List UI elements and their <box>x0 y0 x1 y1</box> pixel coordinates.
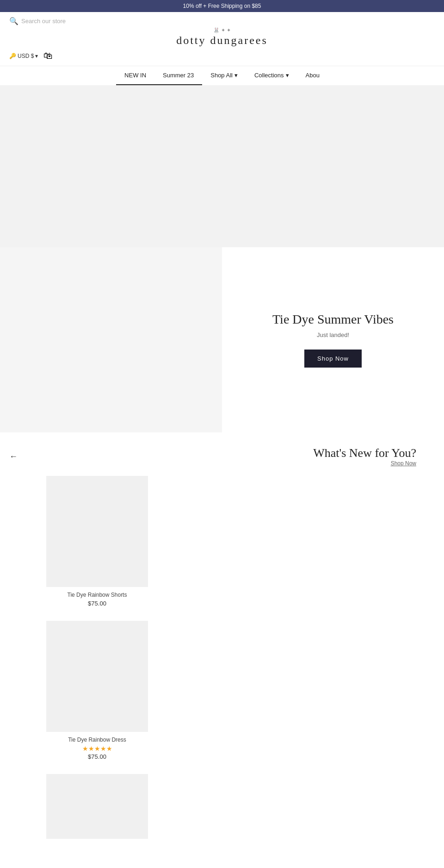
cart-button[interactable]: 🛍 <box>43 50 53 61</box>
currency-dropdown-icon: ▾ <box>35 53 38 59</box>
feature-title: Tie Dye Summer Vibes <box>272 312 394 327</box>
top-banner: 10% off + Free Shipping on $85 <box>0 0 444 12</box>
product-card[interactable]: Tie Dye Rainbow Dress ★★★★★ $75.00 <box>46 621 148 760</box>
back-arrow-button[interactable]: ← <box>9 452 18 462</box>
cart-icon: 🛍 <box>43 50 53 61</box>
product-card-partial[interactable] <box>46 774 148 839</box>
new-section-header: ← What's New for You? Shop Now <box>0 442 444 471</box>
product-name: Tie Dye Rainbow Shorts <box>46 592 148 598</box>
feature-section: Tie Dye Summer Vibes Just landed! Shop N… <box>0 247 444 432</box>
new-section: ← What's New for You? Shop Now Tie Dye R… <box>0 432 444 853</box>
logo-decoration: 🐰 ✦ ✦ <box>176 27 268 33</box>
header-utils: 🔑 USD $ ▾ 🛍 <box>9 50 53 61</box>
search-placeholder-text: Search our store <box>21 18 66 25</box>
banner-text: 10% off + Free Shipping on $85 <box>183 3 261 9</box>
collections-chevron-icon: ▾ <box>286 72 289 79</box>
key-icon: 🔑 <box>9 53 16 59</box>
feature-subtitle: Just landed! <box>317 331 349 338</box>
feature-shop-now-button[interactable]: Shop Now <box>304 350 362 368</box>
product-grid: Tie Dye Rainbow Shorts $75.00 Tie Dye Ra… <box>0 471 444 843</box>
currency-selector[interactable]: 🔑 USD $ ▾ <box>9 53 38 59</box>
product-price: $75.00 <box>46 600 148 607</box>
new-section-title: What's New for You? <box>22 446 416 460</box>
nav-bar: NEW IN Summer 23 Shop All ▾ Collections … <box>0 66 444 85</box>
feature-image <box>0 247 222 432</box>
nav-item-shop-all[interactable]: Shop All ▾ <box>202 66 246 85</box>
product-image <box>46 621 148 732</box>
product-stars: ★★★★★ <box>46 745 148 752</box>
product-price: $75.00 <box>46 753 148 760</box>
logo[interactable]: 🐰 ✦ ✦ dotty dungarees <box>176 27 268 47</box>
header-top: 🔍 Search our store <box>9 17 435 25</box>
product-name: Tie Dye Rainbow Dress <box>46 737 148 743</box>
header: 🔍 Search our store 🐰 ✦ ✦ dotty dungarees… <box>0 12 444 66</box>
nav-item-new-in[interactable]: NEW IN <box>116 66 154 85</box>
search-icon: 🔍 <box>9 17 18 25</box>
nav-item-about[interactable]: Abou <box>297 66 328 85</box>
new-section-titles: What's New for You? Shop Now <box>22 446 435 467</box>
logo-container: 🐰 ✦ ✦ dotty dungarees <box>9 27 435 47</box>
nav-item-summer23[interactable]: Summer 23 <box>154 66 202 85</box>
search-area[interactable]: 🔍 Search our store <box>9 17 66 25</box>
logo-text: dotty dungarees <box>176 34 268 47</box>
shop-all-chevron-icon: ▾ <box>234 72 238 79</box>
product-card[interactable]: Tie Dye Rainbow Shorts $75.00 <box>46 476 148 607</box>
new-section-shop-now-link[interactable]: Shop Now <box>22 460 416 467</box>
nav-item-collections[interactable]: Collections ▾ <box>246 66 297 85</box>
product-image <box>46 476 148 587</box>
currency-value: USD $ <box>18 53 34 59</box>
hero-section <box>0 85 444 247</box>
product-image-partial <box>46 774 148 839</box>
feature-text: Tie Dye Summer Vibes Just landed! Shop N… <box>222 247 444 432</box>
